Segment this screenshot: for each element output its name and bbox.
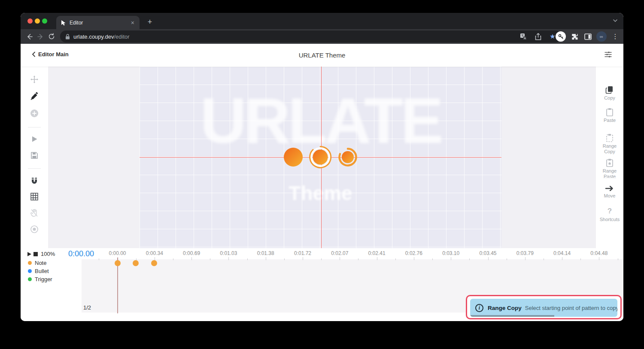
shortcuts-button[interactable]: ? Shortcuts <box>596 207 623 222</box>
range-paste-button[interactable]: Range Paste <box>596 158 623 179</box>
note-object-3[interactable] <box>340 149 356 166</box>
ruler-time-label[interactable]: 0:01.72 <box>294 250 311 256</box>
ruler-time-label[interactable]: 0:02.41 <box>368 250 386 256</box>
copy-button[interactable]: Copy <box>596 85 623 101</box>
share-icon[interactable] <box>533 32 543 41</box>
kebab-menu-icon[interactable]: ⋮ <box>611 32 620 41</box>
sidebar-toggle-icon[interactable] <box>583 32 592 41</box>
save-icon[interactable] <box>30 152 38 159</box>
tab-close-icon[interactable]: × <box>130 19 135 26</box>
translate-icon[interactable] <box>519 32 528 41</box>
play-tool-icon[interactable] <box>30 135 38 143</box>
ruler-major-tick <box>303 257 303 260</box>
pattern-canvas[interactable]: URLATE Theme <box>140 67 501 248</box>
paste-icon <box>606 108 614 116</box>
ruler-time-label[interactable]: 0:02.07 <box>331 250 348 256</box>
back-button[interactable] <box>24 31 35 42</box>
ruler-minor-tick <box>173 258 173 260</box>
move-button[interactable]: Move <box>596 185 623 199</box>
ruler-minor-tick <box>544 258 544 260</box>
pencil-tool-icon[interactable] <box>30 92 39 100</box>
legend-item-trigger[interactable]: Trigger <box>28 276 52 282</box>
ruler-time-label[interactable]: 0:00.34 <box>146 250 163 256</box>
ruler-minor-tick <box>99 258 99 260</box>
password-key-icon[interactable] <box>556 31 566 42</box>
ruler-major-tick <box>155 257 155 260</box>
browser-tab-strip: Editor × + <box>21 13 623 29</box>
ruler-time-label[interactable]: 0:03.45 <box>479 250 496 256</box>
forward-button[interactable] <box>35 31 46 42</box>
ruler-time-label[interactable]: 0:01.38 <box>257 250 274 256</box>
url-bar[interactable]: urlate.coupy.dev/editor ★ <box>60 30 562 42</box>
ruler-major-tick <box>525 257 526 260</box>
range-copy-icon <box>606 134 614 142</box>
info-circle-icon: i <box>475 304 483 312</box>
legend-dot <box>28 277 32 281</box>
legend-item-bullet[interactable]: Bullet <box>28 268 52 274</box>
move-arrow-icon <box>605 185 614 192</box>
settings-sliders-icon[interactable] <box>604 50 612 58</box>
lock-icon[interactable] <box>65 34 70 39</box>
note-object-1[interactable] <box>284 148 303 167</box>
tab-search-chevron-icon[interactable] <box>612 18 618 24</box>
grid-toggle-icon[interactable] <box>30 193 39 201</box>
note-marker[interactable] <box>115 260 121 266</box>
traffic-light-zoom[interactable] <box>42 18 47 24</box>
ruler-time-label[interactable]: 0:02.76 <box>405 250 422 256</box>
ruler-time-label[interactable]: 0:03.79 <box>516 250 534 256</box>
timeline-ruler[interactable]: 0:00.000:00.340:00.690:01.030:01.380:01.… <box>21 248 623 261</box>
ruler-minor-tick <box>618 258 618 260</box>
rail-divider <box>28 127 41 127</box>
editor-stage: URLATE Theme <box>48 67 596 248</box>
note-marker[interactable] <box>151 260 157 266</box>
ruler-time-label[interactable]: 0:00.00 <box>109 250 126 256</box>
ruler-time-label[interactable]: 0:00.69 <box>183 250 200 256</box>
ruler-major-tick <box>488 257 489 260</box>
legend-label: Note <box>35 260 46 266</box>
ruler-minor-tick <box>247 258 248 260</box>
timeline-legend: NoteBulletTrigger <box>28 260 52 282</box>
ruler-major-tick <box>191 257 192 260</box>
ruler-major-tick <box>266 257 266 260</box>
legend-label: Trigger <box>35 276 52 282</box>
note-object-2[interactable] <box>310 146 331 167</box>
legend-dot <box>28 261 32 265</box>
page-indicator: 1/2 <box>83 304 91 311</box>
extensions-puzzle-icon[interactable] <box>570 32 579 41</box>
range-copy-button[interactable]: Range Copy <box>596 134 623 155</box>
range-copy-toast: i Range Copy Select starting point of pa… <box>470 299 617 317</box>
ruler-minor-tick <box>321 258 322 260</box>
ruler-minor-tick <box>580 258 581 260</box>
move-tool-icon[interactable] <box>30 75 39 84</box>
editor-main-area: URLATE Theme <box>21 67 623 248</box>
magnet-snap-icon[interactable] <box>30 176 39 185</box>
legend-item-note[interactable]: Note <box>28 260 52 266</box>
ruler-minor-tick <box>284 258 285 260</box>
ruler-minor-tick <box>469 258 470 260</box>
ruler-minor-tick <box>358 258 358 260</box>
question-mark-icon: ? <box>608 207 612 215</box>
record-target-icon[interactable] <box>30 225 39 234</box>
browser-toolbar: urlate.coupy.dev/editor ★ <box>21 29 623 44</box>
action-rail-right: Copy Paste Range Copy Range Paste Move ? <box>596 67 623 248</box>
ruler-minor-tick <box>507 258 507 260</box>
tab-title: Editor <box>70 20 130 26</box>
ruler-time-label[interactable]: 0:04.14 <box>553 250 571 256</box>
traffic-light-close[interactable] <box>27 18 33 24</box>
note-objects-layer <box>140 67 501 248</box>
hand-tool-disabled-icon[interactable] <box>30 209 38 217</box>
tab-favicon-cursor-icon <box>61 20 66 26</box>
add-note-icon[interactable] <box>30 109 39 118</box>
ruler-minor-tick <box>210 258 210 260</box>
traffic-light-minimize[interactable] <box>35 18 40 24</box>
browser-tab-editor[interactable]: Editor × <box>56 16 140 29</box>
paste-button[interactable]: Paste <box>596 108 623 123</box>
reload-button[interactable] <box>46 31 57 42</box>
url-path: /editor <box>114 33 129 40</box>
ruler-time-label[interactable]: 0:01.03 <box>220 250 237 256</box>
new-tab-button[interactable]: + <box>144 16 155 27</box>
ruler-time-label[interactable]: 0:04.48 <box>590 250 608 256</box>
profile-avatar[interactable]: ∞ <box>596 31 607 42</box>
ruler-time-label[interactable]: 0:03.10 <box>442 250 459 256</box>
note-marker[interactable] <box>133 260 139 266</box>
